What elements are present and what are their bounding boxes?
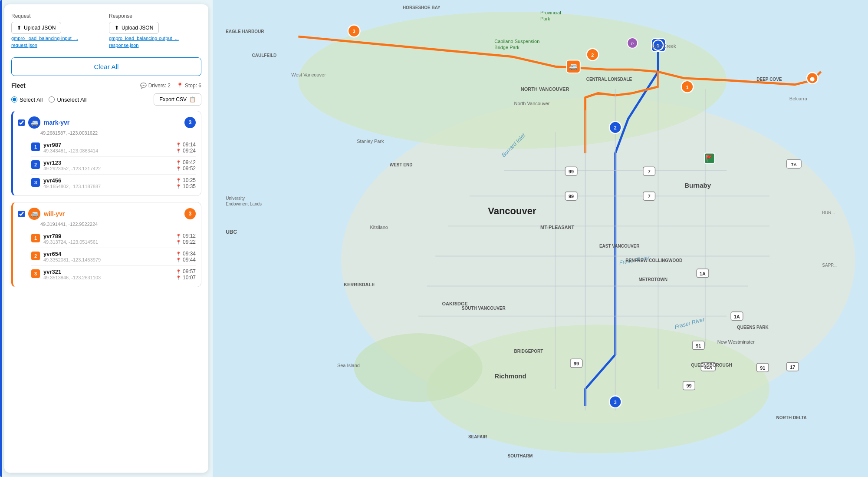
- select-all-radio[interactable]: [11, 96, 17, 103]
- select-all-text: Select All: [20, 96, 43, 103]
- unselect-all-radio[interactable]: [49, 96, 55, 103]
- svg-text:91A: 91A: [704, 365, 712, 370]
- stop-time-end-yvr987: 📍09:24: [176, 148, 196, 154]
- svg-text:⬤: ⬤: [810, 76, 815, 82]
- response-file-2-link[interactable]: response.json: [109, 43, 201, 48]
- stop-num-3: 3: [31, 269, 40, 278]
- svg-text:1A: 1A: [700, 271, 706, 276]
- driver-checkbox-mark-yvr[interactable]: [18, 119, 25, 126]
- pin-icon: 📍: [177, 83, 183, 89]
- stop-num-3: 3: [31, 178, 40, 187]
- list-item: 1yvr98749.343481, -123.0863414📍09:14📍09:…: [31, 139, 196, 157]
- pin-end-icon: 📍: [176, 275, 181, 280]
- stop-times-yvr789: 📍09:12📍09:22: [176, 233, 196, 245]
- upload-icon: ⬆: [17, 25, 21, 31]
- response-upload-button[interactable]: ⬆ Upload JSON: [109, 22, 159, 34]
- svg-text:91: 91: [696, 343, 701, 348]
- export-icon: 📋: [189, 96, 196, 103]
- request-file-2-link[interactable]: request.json: [11, 43, 104, 48]
- list-item: 3yvr32149.3513846, -123.2631103📍09:57📍10…: [31, 266, 196, 283]
- list-item: 1yvr78949.313724, -123.0514561📍09:12📍09:…: [31, 230, 196, 248]
- stop-time-end-yvr654: 📍09:44: [176, 257, 196, 263]
- response-label: Response: [109, 13, 201, 19]
- svg-text:2: 2: [614, 125, 617, 130]
- svg-text:3: 3: [353, 29, 355, 34]
- driver-icon-mark-yvr: 🚐: [28, 116, 40, 129]
- stop-name-yvr123: yvr123: [43, 159, 172, 166]
- svg-text:17: 17: [790, 364, 795, 370]
- stop-times-yvr987: 📍09:14📍09:24: [176, 142, 196, 154]
- stop-name-yvr456: yvr456: [43, 177, 172, 184]
- svg-text:7A: 7A: [791, 162, 797, 167]
- drivers-label: Drivers: 2: [148, 83, 171, 89]
- time-start-value: 09:12: [183, 233, 196, 239]
- pin-end-icon: 📍: [176, 149, 181, 153]
- time-start-value: 09:34: [183, 251, 196, 257]
- svg-point-2: [427, 325, 769, 453]
- pin-start-icon: 📍: [176, 160, 181, 165]
- stop-list-mark-yvr: 1yvr98749.343481, -123.0863414📍09:14📍09:…: [31, 139, 196, 192]
- time-start-value: 09:57: [183, 268, 196, 275]
- stop-times-yvr654: 📍09:34📍09:44: [176, 251, 196, 263]
- map-background: 99 7 7 99 7A 1A 1A 91 91 99 91A 17 99: [213, 0, 868, 477]
- stop-time-end-yvr123: 📍09:52: [176, 166, 196, 172]
- driver-checkbox-will-yvr[interactable]: [18, 211, 25, 217]
- time-end-value: 10:35: [183, 183, 196, 189]
- stop-num-2: 2: [31, 160, 40, 169]
- stop-count: 📍 Stop: 6: [177, 83, 201, 89]
- time-end-value: 09:22: [183, 239, 196, 245]
- request-col: Request ⬆ Upload JSON gmpro_load_balanci…: [11, 13, 104, 48]
- driver-stop-badge-mark-yvr: 3: [184, 117, 196, 128]
- time-end-value: 10:07: [183, 275, 196, 281]
- driver-coords-will-yvr: 49.3191441, -122.9522224: [40, 222, 196, 227]
- pin-start-icon: 📍: [176, 269, 181, 274]
- stop-list-will-yvr: 1yvr78949.313724, -123.0514561📍09:12📍09:…: [31, 230, 196, 283]
- upload-btn-label-2: Upload JSON: [122, 25, 153, 31]
- stop-time-start-yvr654: 📍09:34: [176, 251, 196, 257]
- stop-info-yvr321: yvr32149.3513846, -123.2631103: [43, 268, 172, 280]
- export-csv-button[interactable]: Export CSV 📋: [154, 93, 201, 106]
- svg-text:99: 99: [569, 169, 574, 174]
- svg-text:7: 7: [648, 169, 651, 174]
- stop-time-start-yvr987: 📍09:14: [176, 142, 196, 148]
- clear-all-button[interactable]: Clear All: [11, 57, 201, 76]
- fleet-meta: 💬 Drivers: 2 📍 Stop: 6: [140, 83, 201, 89]
- pin-start-icon: 📍: [176, 234, 181, 238]
- unselect-all-label[interactable]: Unselect All: [49, 96, 86, 103]
- fleet-controls: Select All Unselect All Export CSV 📋: [11, 93, 201, 106]
- export-csv-label: Export CSV: [159, 96, 187, 103]
- map-area: 99 7 7 99 7A 1A 1A 91 91 99 91A 17 99: [213, 0, 868, 477]
- svg-text:1: 1: [657, 43, 659, 48]
- stop-times-yvr123: 📍09:42📍09:52: [176, 159, 196, 172]
- driver-stop-badge-will-yvr: 3: [184, 208, 196, 219]
- stop-coords-yvr654: 49.3352081, -123.1453979: [43, 257, 172, 262]
- list-item: 2yvr12349.2923352, -123.1317422📍09:42📍09…: [31, 157, 196, 175]
- stop-time-end-yvr789: 📍09:22: [176, 239, 196, 245]
- radio-group: Select All Unselect All: [11, 96, 86, 103]
- upload-icon-2: ⬆: [115, 25, 119, 31]
- upload-btn-label: Upload JSON: [24, 25, 56, 31]
- stop-info-yvr123: yvr12349.2923352, -123.1317422: [43, 159, 172, 171]
- time-end-value: 09:52: [183, 166, 196, 172]
- list-item: 2yvr65449.3352081, -123.1453979📍09:34📍09…: [31, 248, 196, 266]
- stop-time-start-yvr456: 📍10:25: [176, 177, 196, 183]
- request-label: Request: [11, 13, 104, 19]
- stop-coords-yvr321: 49.3513846, -123.2631103: [43, 275, 172, 280]
- request-file-1-link[interactable]: gmpro_load_balancing-input_...: [11, 36, 104, 41]
- response-file-1-link[interactable]: gmpro_load_balancing-output_...: [109, 36, 201, 41]
- stop-name-yvr321: yvr321: [43, 268, 172, 275]
- driver-name-mark-yvr: mark-yvr: [44, 119, 181, 126]
- svg-text:🚩: 🚩: [706, 155, 713, 162]
- fleet-header: Fleet 💬 Drivers: 2 📍 Stop: 6: [11, 82, 201, 89]
- svg-text:1: 1: [686, 85, 689, 90]
- driver-header-mark-yvr: 🚐mark-yvr3: [18, 116, 196, 129]
- pin-start-icon: 📍: [176, 252, 181, 256]
- stop-num-2: 2: [31, 252, 40, 260]
- request-upload-button[interactable]: ⬆ Upload JSON: [11, 22, 61, 34]
- stop-label: Stop: 6: [185, 83, 201, 89]
- select-all-label[interactable]: Select All: [11, 96, 43, 103]
- route-svg: 99 7 7 99 7A 1A 1A 91 91 99 91A 17 99: [213, 0, 868, 477]
- svg-point-3: [354, 333, 483, 402]
- stop-num-1: 1: [31, 234, 40, 242]
- stop-coords-yvr123: 49.2923352, -123.1317422: [43, 166, 172, 171]
